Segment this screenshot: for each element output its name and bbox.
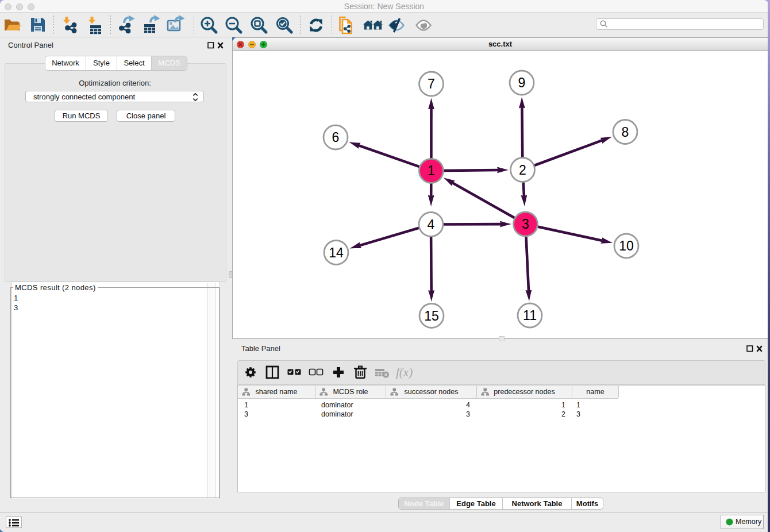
svg-text:15: 15 [424,309,439,323]
svg-text:3: 3 [522,217,529,232]
svg-text:8: 8 [622,125,629,140]
svg-text:f(x): f(x) [396,365,413,379]
svg-text:2: 2 [519,163,526,178]
svg-text:11: 11 [523,308,537,323]
svg-text:14: 14 [329,245,344,260]
svg-text:4: 4 [428,217,435,232]
svg-text:9: 9 [518,75,526,90]
svg-text:6: 6 [332,130,340,145]
svg-text:7: 7 [428,76,435,91]
svg-text:1: 1 [428,163,435,178]
svg-text:10: 10 [619,238,634,253]
